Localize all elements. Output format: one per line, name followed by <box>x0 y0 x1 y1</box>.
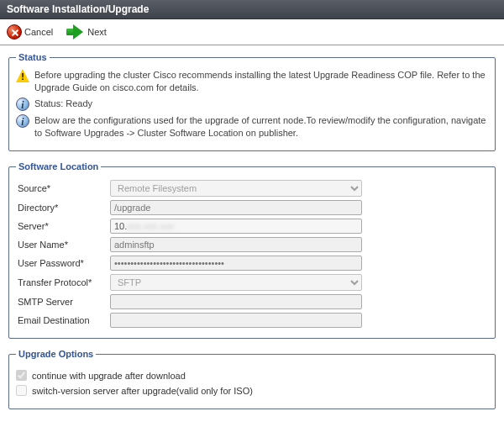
location-form: Source* Remote Filesystem Directory* Ser… <box>16 178 488 329</box>
next-label: Next <box>87 27 107 37</box>
directory-label: Directory <box>18 203 55 213</box>
email-input[interactable] <box>110 313 362 328</box>
username-input[interactable] <box>110 237 362 252</box>
password-input[interactable] <box>110 256 362 271</box>
page-title: Software Installation/Upgrade <box>0 0 504 19</box>
source-label: Source <box>18 183 47 193</box>
status-warning-text: Before upgrading the cluster Cisco recom… <box>34 69 488 94</box>
protocol-select[interactable]: SFTP <box>110 274 362 291</box>
server-input[interactable]: 10.xxx.xxx.xxx <box>110 219 362 234</box>
server-prefix-text: 10. <box>114 221 127 231</box>
smtp-input[interactable] <box>110 294 362 309</box>
switch-checkbox[interactable] <box>16 385 27 396</box>
status-ready-row: Status: Ready <box>16 98 488 111</box>
switch-option: switch-version server after upgrade(vali… <box>16 385 488 396</box>
options-legend: Upgrade Options <box>16 349 96 359</box>
status-ready-text: Status: Ready <box>34 98 92 110</box>
warning-icon <box>16 69 29 82</box>
location-legend: Software Location <box>16 161 101 171</box>
cancel-icon <box>7 24 22 40</box>
switch-label: switch-version server after upgrade(vali… <box>32 386 253 396</box>
page-title-text: Software Installation/Upgrade <box>7 3 149 15</box>
status-info-row: Below are the configurations used for th… <box>16 114 488 140</box>
protocol-label: Transfer Protocol <box>18 277 88 287</box>
continue-option: continue with upgrade after download <box>16 370 488 381</box>
continue-checkbox[interactable] <box>16 370 27 381</box>
options-fieldset: Upgrade Options continue with upgrade af… <box>8 349 496 409</box>
source-select[interactable]: Remote Filesystem <box>110 180 362 197</box>
server-redacted: xxx.xxx.xxx <box>127 221 174 231</box>
smtp-label: SMTP Server <box>18 297 73 307</box>
status-warning-row: Before upgrading the cluster Cisco recom… <box>16 69 488 94</box>
cancel-label: Cancel <box>24 27 53 37</box>
location-fieldset: Software Location Source* Remote Filesys… <box>8 161 496 339</box>
status-info-text: Below are the configurations used for th… <box>34 114 488 140</box>
next-button[interactable]: Next <box>65 24 107 40</box>
continue-label: continue with upgrade after download <box>32 371 186 381</box>
status-fieldset: Status Before upgrading the cluster Cisc… <box>8 52 496 151</box>
info-icon <box>16 114 29 128</box>
directory-input[interactable] <box>110 200 362 215</box>
toolbar: Cancel Next <box>0 19 504 45</box>
email-label: Email Destination <box>18 315 90 325</box>
next-arrow-icon <box>65 24 85 40</box>
cancel-button[interactable]: Cancel <box>7 24 53 40</box>
password-label: User Password <box>18 258 81 268</box>
info-icon <box>16 98 29 111</box>
username-label: User Name <box>18 240 65 250</box>
status-legend: Status <box>16 52 50 62</box>
server-label: Server <box>18 221 45 231</box>
